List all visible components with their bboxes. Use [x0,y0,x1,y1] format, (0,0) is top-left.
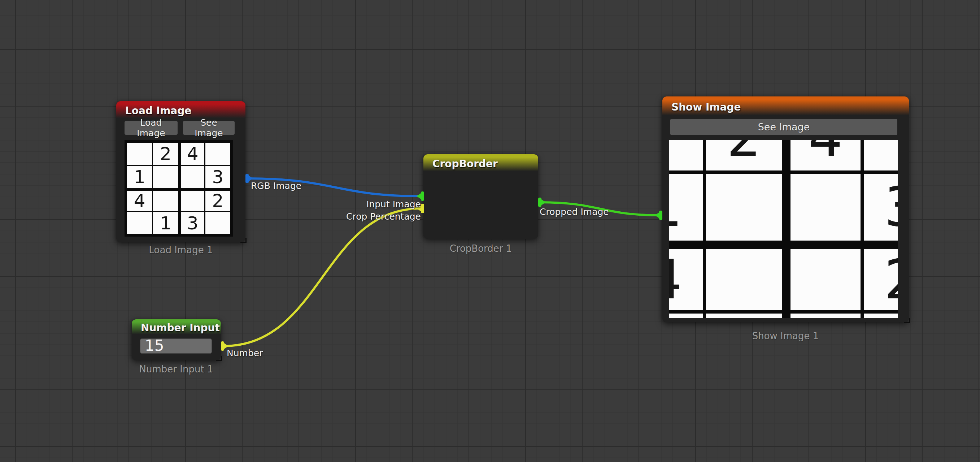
sudoku-cell: 4 [127,189,152,211]
sudoku-cell: 2 [864,244,898,310]
number-value-input[interactable] [140,338,212,354]
sudoku-cell [205,143,230,165]
sudoku-cell [669,140,703,170]
loaded-image-preview: 24134213 [124,140,233,237]
sudoku-cell: 2 [706,140,781,170]
node-title: Load Image [125,105,191,117]
node-instance-label: Number Input 1 [139,364,213,374]
see-image-button[interactable]: See Image [670,119,897,135]
wire-number[interactable] [223,209,422,346]
node-number-input[interactable]: Number Input [132,319,221,360]
sudoku-cell [180,166,204,188]
load-image-button[interactable]: Load Image [124,121,178,135]
resize-handle[interactable] [240,238,247,243]
resize-handle[interactable] [904,318,910,323]
sudoku-cell [864,314,898,318]
sudoku-cell: 3 [205,166,230,188]
sudoku-cell [127,143,152,165]
sudoku-cell: 4 [669,244,703,310]
node-instance-label: Show Image 1 [752,330,819,341]
sudoku-image: 24134213 [124,140,233,237]
node-editor-canvas[interactable]: Load Image Load Image See Image 24134213… [0,0,980,462]
sudoku-cell [864,140,898,170]
sudoku-cell [127,212,152,234]
sudoku-cell: 1 [669,174,703,240]
sudoku-cell [205,212,230,234]
node-title: Number Input [141,322,220,334]
node-crop-border[interactable]: CropBorder [423,154,538,239]
sudoku-cell [785,174,861,240]
input-label-crop-percentage: Crop Percentage [346,211,421,222]
node-header[interactable]: CropBorder [423,154,538,173]
node-header[interactable]: Show Image [662,96,909,117]
sudoku-cell [706,244,781,310]
port-cropped-image-output[interactable] [538,198,546,207]
sudoku-cell: 3 [785,314,861,318]
output-label-number: Number [227,348,263,358]
sudoku-cell: 4 [785,140,861,170]
cropped-sudoku-image: 24134213 [669,140,898,318]
node-instance-label: Load Image 1 [149,245,213,255]
sudoku-cell [153,189,178,211]
sudoku-cell: 3 [180,212,204,234]
node-instance-label: CropBorder 1 [450,243,512,254]
sudoku-cell [706,174,781,240]
node-load-image[interactable]: Load Image Load Image See Image 24134213 [116,101,245,242]
see-image-button[interactable]: See Image [183,121,235,135]
output-label-cropped-image: Cropped Image [539,207,609,217]
sudoku-cell: 1 [127,166,152,188]
sudoku-cell: 2 [205,189,230,211]
sudoku-cell: 4 [180,143,204,165]
sudoku-cell: 3 [864,174,898,240]
sudoku-cell [180,189,204,211]
sudoku-cell [785,244,861,310]
input-label-input-image: Input Image [366,199,421,210]
port-show-image-input[interactable] [655,210,662,220]
node-title: Show Image [671,101,741,113]
node-show-image[interactable]: Show Image See Image 24134213 [662,96,909,322]
sudoku-cell [153,166,178,188]
resize-handle[interactable] [216,356,222,361]
sudoku-cell: 1 [706,314,781,318]
sudoku-cell [669,314,703,318]
sudoku-cell: 2 [153,143,178,165]
output-label-rgb-image: RGB Image [251,181,301,191]
node-title: CropBorder [433,158,498,170]
node-header[interactable]: Number Input [132,319,221,336]
shown-image-preview: 24134213 [669,140,898,318]
sudoku-cell: 1 [153,212,178,234]
